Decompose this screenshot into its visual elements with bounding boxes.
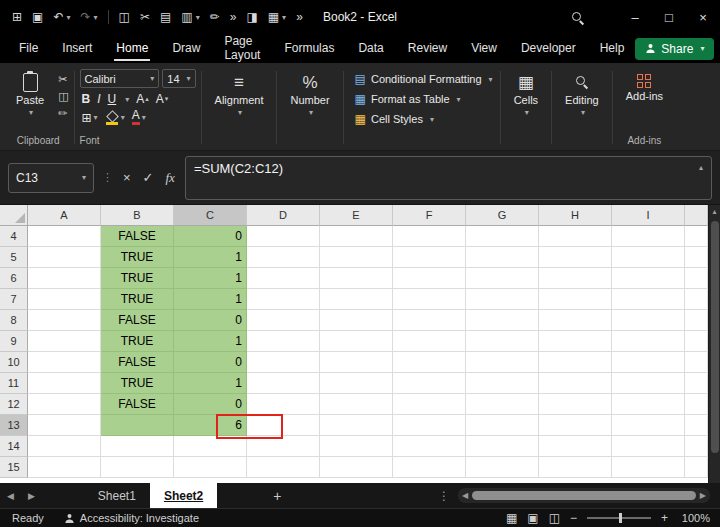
- cell-B14[interactable]: [101, 436, 174, 457]
- cell-E6[interactable]: [320, 268, 393, 289]
- cell-I15[interactable]: [612, 457, 685, 478]
- cell-B9[interactable]: TRUE: [101, 331, 174, 352]
- table-icon[interactable]: ▦▾: [264, 8, 290, 26]
- font-name-select[interactable]: Calibri ▾: [80, 69, 160, 88]
- cell-E7[interactable]: [320, 289, 393, 310]
- insert-function-button[interactable]: fx: [164, 170, 177, 186]
- chart-icon[interactable]: ▥▾: [177, 8, 203, 26]
- column-header-H[interactable]: H: [539, 205, 612, 226]
- cell-F15[interactable]: [393, 457, 466, 478]
- row-header-4[interactable]: 4: [0, 226, 28, 247]
- cell-D12[interactable]: [247, 394, 320, 415]
- cut-button[interactable]: ✂: [58, 73, 68, 85]
- cell-D6[interactable]: [247, 268, 320, 289]
- cell-x14[interactable]: [685, 436, 708, 457]
- cell-G8[interactable]: [466, 310, 539, 331]
- cell-H10[interactable]: [539, 352, 612, 373]
- undo-icon[interactable]: ↶▾: [49, 8, 74, 26]
- row-header-5[interactable]: 5: [0, 247, 28, 268]
- tab-formulas[interactable]: Formulas: [273, 35, 345, 62]
- conditional-formatting-button[interactable]: ▤ Conditional Formatting ▾: [353, 69, 495, 89]
- cell-D9[interactable]: [247, 331, 320, 352]
- cell-C11[interactable]: 1: [174, 373, 247, 394]
- cell-A6[interactable]: [28, 268, 101, 289]
- cell-B13[interactable]: [101, 415, 174, 436]
- cell-C10[interactable]: 0: [174, 352, 247, 373]
- tab-data[interactable]: Data: [347, 35, 394, 62]
- cell-H6[interactable]: [539, 268, 612, 289]
- cell-D14[interactable]: [247, 436, 320, 457]
- column-header-E[interactable]: E: [320, 205, 393, 226]
- borders-button[interactable]: ⊞▾: [82, 111, 98, 125]
- row-header-10[interactable]: 10: [0, 352, 28, 373]
- cell-H15[interactable]: [539, 457, 612, 478]
- cell-C14[interactable]: [174, 436, 247, 457]
- cell-E15[interactable]: [320, 457, 393, 478]
- cell-G10[interactable]: [466, 352, 539, 373]
- cell-x7[interactable]: [685, 289, 708, 310]
- sheet-tab-sheet1[interactable]: Sheet1: [84, 483, 150, 508]
- number-button[interactable]: % Number ▾: [282, 69, 337, 117]
- cell-C9[interactable]: 1: [174, 331, 247, 352]
- cell-C4[interactable]: 0: [174, 226, 247, 247]
- cell-C7[interactable]: 1: [174, 289, 247, 310]
- cells-button[interactable]: ▦ Cells ▾: [506, 69, 546, 117]
- cell-F4[interactable]: [393, 226, 466, 247]
- cell-H9[interactable]: [539, 331, 612, 352]
- cell-x12[interactable]: [685, 394, 708, 415]
- tab-developer[interactable]: Developer: [510, 35, 587, 62]
- column-header-C[interactable]: C: [174, 205, 247, 226]
- clipboard-icon[interactable]: ▤: [156, 8, 175, 26]
- column-header-D[interactable]: D: [247, 205, 320, 226]
- cell-I6[interactable]: [612, 268, 685, 289]
- cell-x9[interactable]: [685, 331, 708, 352]
- cell-G15[interactable]: [466, 457, 539, 478]
- cell-F14[interactable]: [393, 436, 466, 457]
- cell-G12[interactable]: [466, 394, 539, 415]
- tab-review[interactable]: Review: [397, 35, 458, 62]
- scroll-right-icon[interactable]: ▶: [696, 491, 710, 500]
- formula-bar-collapse-icon[interactable]: ▴: [699, 163, 703, 172]
- column-header-A[interactable]: A: [28, 205, 101, 226]
- column-header-I[interactable]: I: [612, 205, 685, 226]
- vertical-scrollbar[interactable]: ▴: [708, 205, 720, 483]
- cell-B6[interactable]: TRUE: [101, 268, 174, 289]
- column-header-G[interactable]: G: [466, 205, 539, 226]
- cell-E13[interactable]: [320, 415, 393, 436]
- tab-home[interactable]: Home: [105, 35, 159, 62]
- cell-I10[interactable]: [612, 352, 685, 373]
- cell-F10[interactable]: [393, 352, 466, 373]
- format-painter-icon[interactable]: ✏: [206, 8, 224, 26]
- cell-F6[interactable]: [393, 268, 466, 289]
- minimize-button[interactable]: –: [618, 0, 652, 34]
- cell-D15[interactable]: [247, 457, 320, 478]
- cell-x10[interactable]: [685, 352, 708, 373]
- cell-A5[interactable]: [28, 247, 101, 268]
- format-as-table-button[interactable]: ▦ Format as Table ▾: [353, 89, 463, 109]
- cut-icon[interactable]: ✂: [136, 8, 154, 26]
- cell-I14[interactable]: [612, 436, 685, 457]
- zoom-level[interactable]: 100%: [678, 512, 710, 524]
- cell-B11[interactable]: TRUE: [101, 373, 174, 394]
- sheet-options-icon[interactable]: ⋮: [430, 489, 458, 503]
- zoom-slider[interactable]: [587, 517, 651, 519]
- cell-D4[interactable]: [247, 226, 320, 247]
- cell-H12[interactable]: [539, 394, 612, 415]
- cell-C5[interactable]: 1: [174, 247, 247, 268]
- cell-E12[interactable]: [320, 394, 393, 415]
- font-size-select[interactable]: 14 ▾: [162, 69, 195, 88]
- increase-font-button[interactable]: A▴: [136, 92, 149, 106]
- name-box[interactable]: C13 ▾: [8, 163, 94, 193]
- underline-button[interactable]: U: [108, 92, 117, 106]
- maximize-button[interactable]: □: [652, 0, 686, 34]
- cell-I4[interactable]: [612, 226, 685, 247]
- cell-x6[interactable]: [685, 268, 708, 289]
- font-color-button[interactable]: A▾: [132, 110, 146, 125]
- cell-H13[interactable]: [539, 415, 612, 436]
- cell-F9[interactable]: [393, 331, 466, 352]
- cell-F13[interactable]: [393, 415, 466, 436]
- cell-I8[interactable]: [612, 310, 685, 331]
- cell-G11[interactable]: [466, 373, 539, 394]
- cell-G9[interactable]: [466, 331, 539, 352]
- cell-A15[interactable]: [28, 457, 101, 478]
